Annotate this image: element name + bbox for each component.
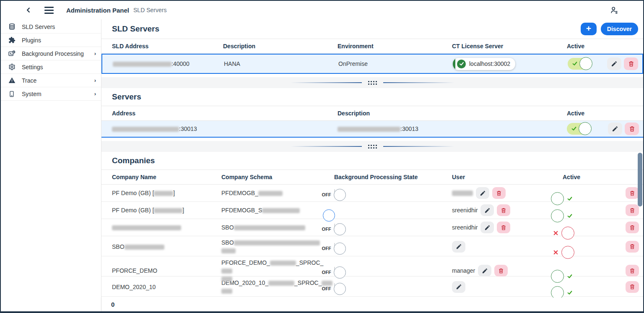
company-name-cell: DEMO_2020_10 xyxy=(112,284,221,290)
edit-user-button[interactable] xyxy=(478,265,491,276)
bps-toggle[interactable]: OFF xyxy=(334,243,335,250)
sidebar-item-settings[interactable]: Settings xyxy=(1,60,101,74)
sidebar-item-background-processing[interactable]: Background Processing › xyxy=(1,47,101,60)
company-schema-cell: SBO xyxy=(221,236,334,257)
sidebar-item-label: System xyxy=(22,91,42,97)
user-cell: sreenidhir xyxy=(452,222,563,233)
server-row[interactable]: :30013 :30013 xyxy=(101,121,643,138)
edit-user-button[interactable] xyxy=(480,222,494,233)
resize-grip-icon xyxy=(368,81,377,85)
delete-company-button[interactable] xyxy=(626,281,639,293)
bps-cell: OFF xyxy=(334,190,452,196)
delete-button[interactable] xyxy=(624,57,638,70)
delete-user-button[interactable] xyxy=(494,265,508,276)
background-processing-icon xyxy=(8,50,16,58)
bps-toggle[interactable]: OFF xyxy=(334,283,335,291)
badge-status-bar xyxy=(453,58,455,70)
user-cell: manager xyxy=(452,265,563,276)
company-schema-cell: SBO xyxy=(221,224,334,231)
user-cell xyxy=(452,187,563,199)
column-header: User xyxy=(452,174,563,180)
companies-header: Companies xyxy=(101,152,643,170)
delete-user-button[interactable] xyxy=(497,204,510,216)
x-icon xyxy=(553,250,558,255)
check-icon xyxy=(567,213,573,219)
sidebar-item-label: Plugins xyxy=(22,37,41,44)
hamburger-menu-icon[interactable] xyxy=(44,4,57,16)
plugin-icon xyxy=(8,36,16,44)
sidebar-item-system[interactable]: System › xyxy=(1,87,101,101)
bps-cell: OFF xyxy=(334,267,452,274)
company-schema-cell: DEMO_2020_10__SPROC_ xyxy=(221,276,334,297)
active-toggle[interactable] xyxy=(567,123,590,135)
bps-toggle[interactable]: OFF xyxy=(334,224,335,231)
delete-company-button[interactable] xyxy=(626,222,639,233)
delete-company-button[interactable] xyxy=(626,187,639,199)
column-header: Address xyxy=(112,110,338,117)
company-row[interactable]: PF Demo (GB) [] PFDEMOGB_ OFF xyxy=(101,185,643,202)
delete-company-button[interactable] xyxy=(626,265,639,276)
company-row[interactable]: PFORCE_DEMO PFORCE_DEMO__SPROC_ OFF mana… xyxy=(101,256,643,276)
description-cell: HANA xyxy=(224,60,338,67)
bps-toggle[interactable]: OFF xyxy=(334,189,335,197)
edit-user-button[interactable] xyxy=(476,187,489,199)
edit-button[interactable] xyxy=(607,57,621,70)
user-cell xyxy=(452,281,563,293)
vertical-scrollbar[interactable] xyxy=(638,153,642,206)
sld-table-header: SLD Address Description Environment CT L… xyxy=(101,39,643,54)
database-icon xyxy=(8,23,16,31)
delete-button[interactable] xyxy=(625,123,639,135)
column-header: Company Schema xyxy=(221,174,334,180)
company-name-cell xyxy=(112,224,221,231)
back-icon[interactable] xyxy=(23,4,34,16)
delete-company-button[interactable] xyxy=(626,204,639,216)
company-row[interactable]: PF Demo (GB) [] PFDEMOGB_S ON sreenidhir xyxy=(101,202,643,219)
sld-server-row[interactable]: :40000 HANA OnPremise localhost:30002 xyxy=(101,54,643,74)
sld-servers-section: SLD Servers + Discover SLD Address Descr… xyxy=(101,19,643,77)
edit-user-button[interactable] xyxy=(480,204,494,216)
user-account-icon[interactable] xyxy=(610,5,619,15)
sidebar-item-sld-servers[interactable]: SLD Servers xyxy=(1,20,101,34)
add-sld-server-button[interactable]: + xyxy=(581,23,597,35)
company-schema-cell: PFDEMOGB_ xyxy=(221,190,334,196)
device-icon xyxy=(8,90,16,98)
sidebar-item-label: Settings xyxy=(22,64,43,70)
toggle-knob xyxy=(579,57,592,70)
active-toggle[interactable] xyxy=(568,58,591,70)
sld-servers-header: SLD Servers + Discover xyxy=(101,19,643,39)
edit-user-button[interactable] xyxy=(452,281,465,293)
section-splitter[interactable] xyxy=(101,141,643,152)
active-cell xyxy=(568,57,642,70)
edit-button[interactable] xyxy=(608,123,622,135)
sidebar-item-trace[interactable]: Trace › xyxy=(1,74,101,87)
check-icon xyxy=(572,61,578,66)
chevron-right-icon: › xyxy=(94,91,96,97)
main-content: SLD Servers + Discover SLD Address Descr… xyxy=(101,19,643,311)
row-delete-cell xyxy=(625,241,643,253)
sidebar: SLD Servers Plugins Background Processin… xyxy=(1,19,101,311)
status-count: 0 xyxy=(111,301,114,308)
delete-company-button[interactable] xyxy=(626,241,639,253)
chevron-right-icon: › xyxy=(94,50,96,57)
bps-cell: OFF xyxy=(334,243,452,250)
column-header: SLD Address xyxy=(112,43,223,50)
delete-user-button[interactable] xyxy=(497,222,510,233)
check-circle-icon xyxy=(457,60,466,68)
delete-user-button[interactable] xyxy=(492,187,506,199)
bps-toggle[interactable]: OFF xyxy=(334,267,335,274)
servers-title: Servers xyxy=(112,92,141,102)
company-name-cell: SBO xyxy=(112,243,221,250)
top-bar: Administration Panel SLD Servers xyxy=(1,1,643,19)
row-delete-cell xyxy=(625,222,643,233)
company-row[interactable]: SBO OFF sreenidhir xyxy=(101,219,643,236)
toggle-knob xyxy=(579,122,592,135)
edit-user-button[interactable] xyxy=(452,241,465,253)
sidebar-item-plugins[interactable]: Plugins xyxy=(1,34,101,47)
company-row[interactable]: SBO SBO OFF xyxy=(101,236,643,256)
app-window: Administration Panel SLD Servers SLD Ser… xyxy=(0,0,644,313)
column-header: Company Name xyxy=(112,174,221,180)
discover-button[interactable]: Discover xyxy=(601,23,638,35)
active-cell xyxy=(567,123,643,135)
sidebar-item-label: Background Processing xyxy=(22,50,84,57)
section-splitter[interactable] xyxy=(101,77,643,88)
